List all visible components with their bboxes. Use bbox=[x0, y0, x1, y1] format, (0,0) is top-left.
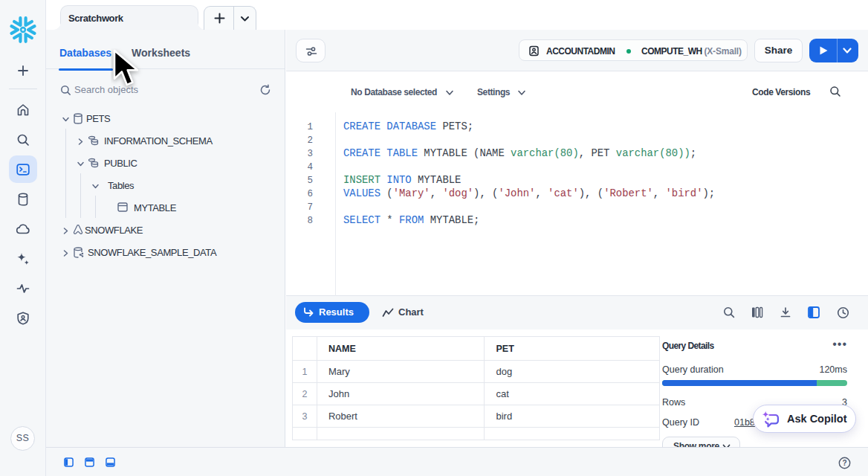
svg-text:?: ? bbox=[842, 459, 846, 467]
